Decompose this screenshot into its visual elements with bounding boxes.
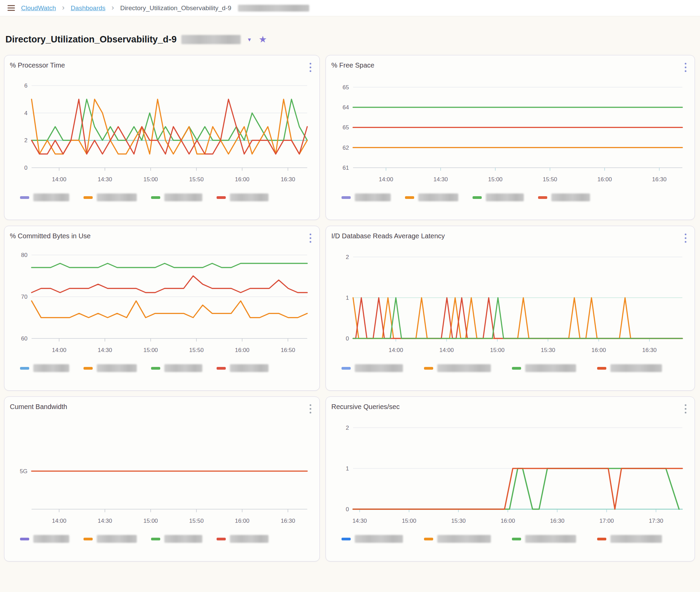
legend-item[interactable] <box>424 535 491 543</box>
series-green-spikes <box>353 298 682 338</box>
svg-text:16:30: 16:30 <box>281 518 295 524</box>
legend-item[interactable] <box>151 364 202 372</box>
series-red-72 <box>32 276 307 293</box>
legend-label-redacted <box>33 193 69 201</box>
svg-text:60: 60 <box>21 335 27 342</box>
legend-item[interactable] <box>20 364 69 372</box>
legend-item[interactable] <box>597 364 662 372</box>
svg-text:14:30: 14:30 <box>352 518 367 524</box>
svg-text:14:00: 14:00 <box>52 176 67 183</box>
svg-text:15:30: 15:30 <box>451 518 466 524</box>
svg-text:1: 1 <box>346 295 349 301</box>
svg-text:65: 65 <box>343 84 349 91</box>
kebab-menu-icon[interactable] <box>683 232 688 244</box>
legend-item[interactable] <box>217 364 269 372</box>
chart-area: 21014:3015:0015:3016:0016:3017:0017:30 <box>331 413 689 534</box>
legend-swatch <box>424 538 433 540</box>
svg-text:15:00: 15:00 <box>488 176 503 183</box>
menu-hamburger-icon[interactable] <box>6 4 16 12</box>
legend-swatch <box>473 196 482 199</box>
legend-swatch <box>84 196 93 199</box>
legend-item[interactable] <box>151 535 202 543</box>
series-green-step <box>353 468 679 509</box>
widget-title: Cument Bandwidth <box>10 403 314 411</box>
legend-item[interactable] <box>20 535 69 543</box>
widget-processor-time: % Processor Time 642014:0014:3015:0015:5… <box>4 55 320 220</box>
legend-swatch <box>84 538 93 540</box>
legend-item[interactable] <box>84 535 137 543</box>
legend-label-redacted <box>355 535 403 543</box>
breadcrumb-dashboards[interactable]: Dashboards <box>71 4 105 12</box>
chart-legend <box>10 364 314 372</box>
chart-legend <box>10 535 314 543</box>
chart-canvas: 21014:3015:0015:3016:0016:3017:0017:30 <box>331 413 689 534</box>
legend-label-redacted <box>33 535 69 543</box>
dashboard-grid: % Processor Time 642014:0014:3015:0015:5… <box>0 55 700 561</box>
chart-area: 80706014:0014:3015:0015:5016:0016:50 <box>10 242 314 363</box>
series-red <box>32 99 307 154</box>
legend-item[interactable] <box>342 364 403 372</box>
widget-committed-bytes: % Committed Bytes in Use 80706014:0014:3… <box>4 226 320 391</box>
legend-swatch <box>217 367 226 370</box>
kebab-menu-icon[interactable] <box>308 61 313 73</box>
series-green <box>32 99 307 140</box>
svg-text:16:00: 16:00 <box>235 347 250 353</box>
kebab-menu-icon[interactable] <box>683 403 688 415</box>
legend-swatch <box>20 367 29 370</box>
widget-title: % Committed Bytes in Use <box>10 232 314 240</box>
legend-item[interactable] <box>217 535 269 543</box>
legend-swatch <box>84 367 93 370</box>
series-green-77 <box>32 263 307 267</box>
svg-text:15:30: 15:30 <box>541 347 555 353</box>
kebab-menu-icon[interactable] <box>683 61 688 73</box>
chart-legend <box>331 193 689 201</box>
chart-canvas: 642014:0014:3015:0015:5016:0016:30 <box>10 71 314 192</box>
kebab-menu-icon[interactable] <box>308 403 313 415</box>
legend-item[interactable] <box>84 193 137 201</box>
breadcrumb-cloudwatch[interactable]: CloudWatch <box>21 4 56 12</box>
svg-text:15:00: 15:00 <box>402 518 417 524</box>
chart-canvas: 21014:0014:0015:0015:3016:0016:30 <box>331 242 689 363</box>
legend-swatch <box>424 367 433 370</box>
legend-item[interactable] <box>342 193 391 201</box>
svg-text:4: 4 <box>24 110 27 116</box>
svg-text:2: 2 <box>346 425 349 431</box>
legend-item[interactable] <box>342 535 403 543</box>
chart-canvas: 80706014:0014:3015:0015:5016:0016:50 <box>10 242 314 363</box>
caret-down-icon[interactable]: ▼ <box>247 37 252 42</box>
legend-item[interactable] <box>84 364 137 372</box>
legend-item[interactable] <box>217 193 269 201</box>
series-lines <box>353 298 682 338</box>
legend-swatch <box>512 538 521 540</box>
svg-text:14:30: 14:30 <box>434 176 448 183</box>
svg-text:14:30: 14:30 <box>98 347 112 353</box>
svg-text:17:30: 17:30 <box>649 518 663 524</box>
widget-title: Recursive Queries/sec <box>331 403 689 411</box>
chart-legend <box>331 535 689 543</box>
legend-item[interactable] <box>424 364 491 372</box>
star-icon[interactable]: ★ <box>259 34 267 45</box>
legend-item[interactable] <box>20 193 69 201</box>
svg-text:15:00: 15:00 <box>490 347 505 353</box>
svg-text:15:00: 15:00 <box>144 518 158 524</box>
legend-label-redacted <box>230 193 269 201</box>
legend-label-redacted <box>33 364 69 372</box>
series-orange-spikes <box>353 298 682 338</box>
kebab-menu-icon[interactable] <box>308 232 313 244</box>
legend-item[interactable] <box>473 193 524 201</box>
svg-text:14:00: 14:00 <box>52 518 67 524</box>
svg-text:15:50: 15:50 <box>189 347 204 353</box>
legend-item[interactable] <box>151 193 202 201</box>
legend-swatch <box>151 538 160 540</box>
legend-item[interactable] <box>405 193 458 201</box>
legend-swatch <box>342 538 351 540</box>
widget-free-space: % Free Space 656465626114:0014:3015:0015… <box>326 55 695 220</box>
svg-text:2: 2 <box>24 137 27 144</box>
legend-item[interactable] <box>512 535 576 543</box>
legend-item[interactable] <box>512 364 576 372</box>
legend-swatch <box>538 196 547 199</box>
legend-item[interactable] <box>597 535 662 543</box>
svg-text:80: 80 <box>21 252 27 258</box>
legend-item[interactable] <box>538 193 590 201</box>
svg-text:0: 0 <box>346 335 349 342</box>
